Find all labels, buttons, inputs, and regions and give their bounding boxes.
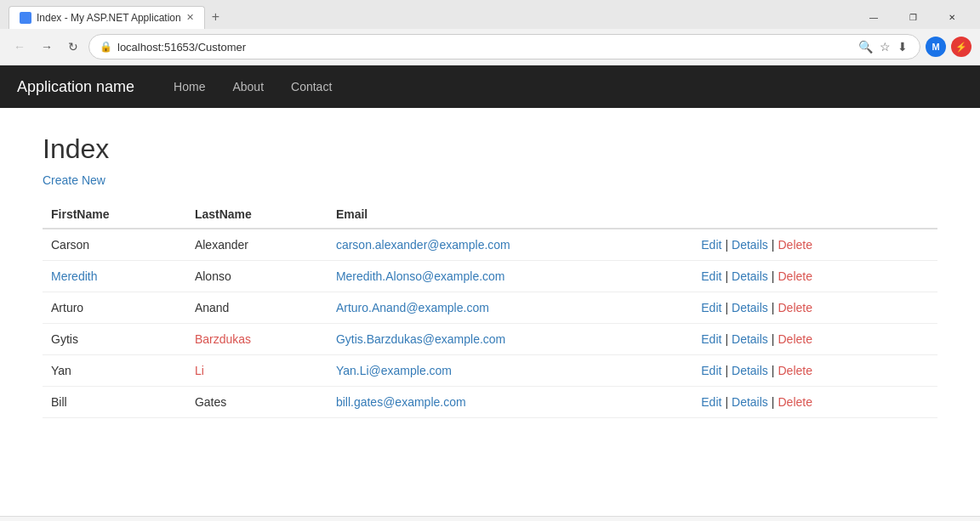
edit-link[interactable]: Edit (701, 395, 721, 409)
edit-link[interactable]: Edit (701, 238, 721, 252)
back-button[interactable]: ← (9, 37, 31, 57)
address-box[interactable]: 🔒 localhost:51653/Customer 🔍 ☆ ⬇ (88, 34, 920, 59)
edit-link[interactable]: Edit (701, 269, 721, 283)
cell-firstname: Yan (43, 355, 186, 387)
search-icon[interactable]: 🔍 (857, 38, 875, 55)
cell-lastname: Li (186, 355, 328, 387)
email-link[interactable]: carson.alexander@example.com (336, 238, 510, 252)
forward-button[interactable]: → (36, 37, 58, 57)
bookmark-icon[interactable]: ☆ (878, 38, 892, 55)
table-row: YanLiYan.Li@example.comEdit | Details | … (43, 355, 937, 387)
restore-button[interactable]: ❐ (893, 5, 932, 29)
action-sep-2: | (768, 269, 778, 283)
new-tab-button[interactable]: + (205, 9, 226, 25)
table-row: GytisBarzdukasGytis.Barzdukas@example.co… (43, 324, 937, 355)
cell-actions: Edit | Details | Delete (692, 324, 937, 355)
table-row: ArturoAnandArturo.Anand@example.comEdit … (43, 292, 937, 324)
window-controls: — ❐ ✕ (854, 5, 971, 29)
cell-lastname: Anand (186, 292, 328, 324)
email-link[interactable]: Meredith.Alonso@example.com (336, 269, 505, 283)
cell-email: Gytis.Barzdukas@example.com (328, 324, 692, 355)
delete-link[interactable]: Delete (778, 238, 812, 252)
cell-actions: Edit | Details | Delete (692, 261, 937, 292)
action-sep-2: | (768, 395, 778, 409)
cell-actions: Edit | Details | Delete (692, 355, 937, 387)
edit-link[interactable]: Edit (701, 364, 721, 377)
cell-actions: Edit | Details | Delete (692, 387, 937, 418)
browser-tab[interactable]: Index - My ASP.NET Application ✕ (9, 6, 205, 29)
nav-link-contact[interactable]: Contact (277, 67, 345, 106)
footer: © 2019 - My ASP.NET Application (0, 516, 980, 521)
cell-email: carson.alexander@example.com (328, 229, 692, 261)
details-link[interactable]: Details (732, 364, 768, 377)
details-link[interactable]: Details (732, 269, 768, 283)
cell-lastname: Alonso (186, 261, 328, 292)
details-link[interactable]: Details (732, 332, 768, 346)
action-sep-1: | (721, 301, 732, 314)
delete-link[interactable]: Delete (778, 364, 812, 377)
details-link[interactable]: Details (732, 238, 768, 252)
cell-firstname: Meredith (43, 261, 186, 292)
address-icons: 🔍 ☆ ⬇ (857, 38, 909, 55)
action-sep-2: | (768, 364, 778, 377)
download-icon[interactable]: ⬇ (896, 38, 909, 55)
cell-email: Meredith.Alonso@example.com (328, 261, 692, 292)
cell-email: Arturo.Anand@example.com (328, 292, 692, 324)
lastname-link[interactable]: Barzdukas (195, 332, 251, 346)
cell-firstname: Arturo (43, 292, 186, 324)
table-header-row: FirstName LastName Email (43, 201, 937, 229)
cell-actions: Edit | Details | Delete (692, 292, 937, 324)
action-sep-1: | (721, 238, 732, 252)
tab-close-icon[interactable]: ✕ (186, 12, 194, 23)
delete-link[interactable]: Delete (778, 332, 812, 346)
delete-link[interactable]: Delete (778, 301, 812, 314)
cell-firstname: Bill (43, 387, 186, 418)
action-sep-1: | (721, 332, 732, 346)
edit-link[interactable]: Edit (701, 301, 721, 314)
action-sep-2: | (768, 332, 778, 346)
cell-firstname: Carson (43, 229, 186, 261)
customers-table: FirstName LastName Email CarsonAlexander… (43, 201, 937, 418)
title-bar: Index - My ASP.NET Application ✕ + — ❐ ✕ (0, 0, 980, 29)
delete-link[interactable]: Delete (778, 269, 812, 283)
nav-link-about[interactable]: About (219, 67, 277, 106)
minimize-button[interactable]: — (854, 5, 893, 29)
email-link[interactable]: Yan.Li@example.com (336, 364, 452, 377)
email-link[interactable]: Gytis.Barzdukas@example.com (336, 332, 505, 346)
cell-email: Yan.Li@example.com (328, 355, 692, 387)
action-sep-1: | (721, 395, 732, 409)
lock-icon: 🔒 (100, 41, 112, 53)
nav-link-home[interactable]: Home (160, 67, 219, 106)
cell-lastname: Alexander (186, 229, 328, 261)
tab-label: Index - My ASP.NET Application (37, 12, 181, 24)
brand-link[interactable]: Application name (17, 78, 134, 96)
cell-lastname: Gates (186, 387, 328, 418)
col-lastname: LastName (186, 201, 328, 229)
table-row: MeredithAlonsoMeredith.Alonso@example.co… (43, 261, 937, 292)
address-bar-row: ← → ↻ 🔒 localhost:51653/Customer 🔍 ☆ ⬇ M… (0, 29, 980, 65)
lastname-link[interactable]: Li (195, 364, 204, 377)
profile-avatar-m[interactable]: M (926, 37, 946, 57)
email-link[interactable]: Arturo.Anand@example.com (336, 301, 489, 314)
details-link[interactable]: Details (732, 301, 768, 314)
tab-favicon (20, 12, 31, 24)
close-button[interactable]: ✕ (932, 5, 971, 29)
reload-button[interactable]: ↻ (63, 37, 83, 57)
action-sep-2: | (768, 238, 778, 252)
cell-firstname: Gytis (43, 324, 186, 355)
delete-link[interactable]: Delete (778, 395, 812, 409)
cell-actions: Edit | Details | Delete (692, 229, 937, 261)
cell-email: bill.gates@example.com (328, 387, 692, 418)
firstname-link[interactable]: Meredith (51, 269, 97, 283)
profile-avatar-red[interactable]: ⚡ (951, 37, 971, 57)
address-text: localhost:51653/Customer (117, 41, 852, 54)
table-row: CarsonAlexandercarson.alexander@example.… (43, 229, 937, 261)
action-sep-2: | (768, 301, 778, 314)
email-link[interactable]: bill.gates@example.com (336, 395, 466, 409)
cell-lastname: Barzdukas (186, 324, 328, 355)
edit-link[interactable]: Edit (701, 332, 721, 346)
create-new-link[interactable]: Create New (43, 173, 105, 187)
details-link[interactable]: Details (732, 395, 768, 409)
action-sep-1: | (721, 269, 732, 283)
col-actions (692, 201, 937, 229)
